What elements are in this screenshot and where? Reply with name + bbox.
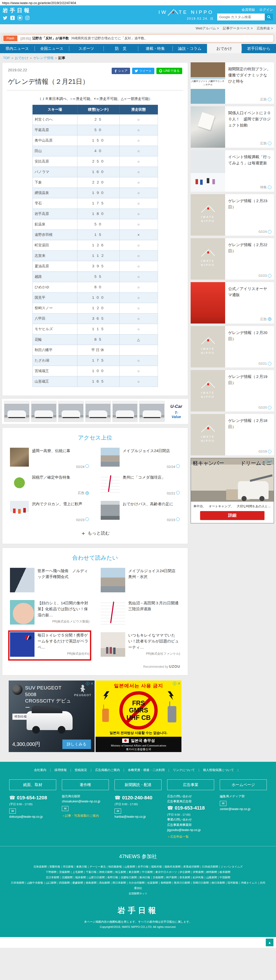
ad-info-icon[interactable]: i [173, 682, 176, 686]
nav-item[interactable]: スポーツ [69, 44, 104, 53]
phone-number[interactable]: ☎019-654-1208 [9, 794, 56, 802]
ad-close-icon[interactable]: ✕ [177, 681, 180, 686]
footer-link[interactable]: 投稿規定 [75, 768, 87, 772]
site-logo-text[interactable]: 岩手日報 [3, 7, 273, 14]
sidebar-article-card[interactable]: IWATENIPPO 関係人口イベントに２００人！ 盛岡で新プロジェクト始動 広… [191, 106, 274, 148]
nav-item[interactable]: おでかけ [207, 44, 241, 53]
related-item[interactable]: メイプルジョイス24日閉店 奥州・水沢 [101, 568, 180, 594]
used-car-ad-banner[interactable]: U-Car T-Value [2, 399, 188, 424]
sidebar-article-card[interactable]: IWATENIPPO ゲレンデ情報（２月20日） 02/21 [191, 326, 274, 368]
see-details-button[interactable]: 詳しくみる [62, 740, 91, 749]
footer-link[interactable]: 会社案内 [34, 768, 46, 772]
info-icon[interactable]: ⓘ [268, 317, 271, 321]
info-icon[interactable] [268, 274, 271, 277]
footer-link[interactable]: 各種受賞・後援・二次利用 [128, 768, 165, 772]
news-item[interactable]: 盛岡一高寮、伝統に幕 02/24 [10, 448, 89, 469]
sidebar-article-card[interactable]: IWATENIPPO ゲレンデ情報（２月18日） 02/19 [191, 414, 274, 455]
phone-number[interactable]: ☎0120-240-840 [115, 794, 161, 802]
ad-info-icon[interactable]: i [265, 460, 269, 463]
login-link[interactable]: ログイン [259, 8, 273, 11]
related-headline[interactable]: 気仙沼－高田間３月21日開通 三陸沿岸道路 [128, 600, 180, 612]
news-item[interactable]: おでかけバス、高齢者の足に 02/23 [101, 501, 180, 522]
news-headline[interactable]: 国税庁／確定申告特集 [32, 474, 71, 495]
info-icon[interactable] [268, 186, 271, 189]
related-headline[interactable]: 【顔のシミ、14日間の集中対策】化粧品では防げない！保湿の新… [38, 600, 89, 618]
related-item[interactable]: 気仙沼－高田間３月21日開通 三陸沿岸道路 [101, 600, 180, 627]
info-icon[interactable] [268, 450, 271, 453]
reprint-guide-link[interactable]: ＞記事・写真複製のご案内 [62, 813, 99, 818]
info-icon[interactable] [268, 98, 271, 101]
sidebar-headline[interactable]: ゲレンデ情報（２月23日） [225, 194, 274, 235]
email-address[interactable]: chosakuken@iwate-np.co.jp [62, 799, 109, 804]
radio-warning-ad[interactable]: i✕ 일본에서는 사용 금지 FRS GMRS UHF CB 일본의 전파법상 … [96, 681, 182, 752]
peugeot-ad[interactable]: i✕ SUV PEUGEOT 5008 CROSSCITY デビュー PEUGE… [9, 681, 94, 752]
news-headline[interactable]: おでかけバス、高齢者の足に [123, 501, 174, 522]
related-headline[interactable]: いつもキレイなママでいたい！読者モデルが話題のビューティ… [128, 632, 180, 650]
related-headline[interactable]: メイプルジョイス24日閉店 奥州・水沢 [128, 568, 180, 580]
recommend-credit[interactable]: Recommended by UZOU [10, 664, 180, 668]
facebook-icon[interactable] [10, 15, 15, 21]
footer-link[interactable]: 個人情報保護について [203, 768, 234, 772]
footer-link[interactable]: 広告掲載のご案内 [95, 768, 120, 772]
ad-close-icon[interactable]: ✕ [270, 459, 273, 463]
info-icon[interactable] [268, 230, 271, 234]
news-headline[interactable]: メイプルジョイス24日閉店 [123, 448, 171, 469]
nav-item[interactable]: 県内ニュース [0, 44, 35, 53]
line-icon[interactable] [18, 15, 22, 21]
email-address[interactable]: jigyoubu@iwate-np.co.jp [167, 827, 214, 832]
sidebar-article-card[interactable]: 八幡平リゾート 八幡平マウンテンホテル IWATENIPPO 期間限定の特別プラ… [191, 62, 274, 104]
sidebar-headline[interactable]: ゲレンデ情報（２月19日） [225, 370, 274, 411]
related-item[interactable]: 毎日トイレで５分間！携帯ゲームをするだけで英語がペラペ… PR(株式会社It's… [10, 632, 89, 659]
ad-info-icon[interactable]: i [86, 682, 89, 686]
member-register-link[interactable]: 会員登録 [241, 8, 255, 11]
browser-url[interactable]: https://www.iwate-np.co.jp/article/2019/… [0, 0, 276, 5]
news-headline[interactable]: 盛岡一高寮、伝統に幕 [32, 448, 71, 469]
news-headline[interactable]: 沢内でクロカン、雪上に歓声 [32, 501, 83, 522]
twitter-icon[interactable] [3, 15, 8, 21]
search-input[interactable] [217, 14, 265, 21]
load-more-button[interactable]: ＋もっと読む [10, 530, 180, 537]
camper-ad[interactable]: i✕ 軽キャンパー ドリームミニ 車中泊、 オートキャンプ、 大切な時間をあの人… [191, 458, 274, 523]
line-share-button[interactable]: LINEで送る [156, 68, 182, 74]
sidebar-article-card[interactable]: IWATENIPPO ゲレンデ情報（２月22日） 02/23 [191, 238, 274, 280]
info-icon[interactable] [268, 362, 271, 366]
sidebar-article-card[interactable]: IWATENIPPO ゲレンデ情報（２月19日） 02/20 [191, 370, 274, 411]
news-headline[interactable]: 奥州に「コメダ珈琲店」 [123, 474, 166, 495]
sidebar-article-card[interactable]: IWATENIPPO 公式／アイリスオーヤマ通販 広告ⓘ [191, 282, 274, 323]
sidebar-article-card[interactable]: IWATENIPPO ゲレンデ情報（２月23日） 02/24 [191, 194, 274, 235]
info-icon[interactable] [268, 142, 271, 145]
news-item[interactable]: 国税庁／確定申告特集 広告 ⓘ [10, 474, 89, 495]
info-icon[interactable] [176, 517, 180, 521]
info-icon[interactable] [85, 517, 89, 521]
ad-close-icon[interactable]: ✕ [91, 681, 94, 686]
nav-item[interactable]: 全国ニュース [35, 44, 69, 53]
quick-link[interactable]: 広告料金 > [257, 26, 273, 30]
instagram-icon[interactable] [25, 15, 30, 21]
breadcrumb-odekake[interactable]: おでかけ [15, 56, 29, 60]
news-item[interactable]: メイプルジョイス24日閉店 02/24 [101, 448, 180, 469]
camper-details-button[interactable]: 詳細 [200, 511, 265, 520]
email-address[interactable]: dokusya@iwate-np.co.jp [9, 814, 56, 819]
sidebar-headline[interactable]: ゲレンデ情報（２月20日） [225, 326, 274, 368]
sidebar-headline[interactable]: ゲレンデ情報（２月18日） [225, 414, 274, 455]
nav-item[interactable]: 防 災 [104, 44, 138, 53]
nav-item[interactable]: 論説・コラム [172, 44, 207, 53]
news-item[interactable]: 奥州に「コメダ珈琲店」 02/21 [101, 474, 180, 495]
ad-rates-link[interactable]: ＞広告料金一覧 [167, 834, 188, 839]
related-item[interactable]: 世界一へ飛べ陵侑 ノルディック選手権開会式 [10, 568, 89, 594]
footer-link[interactable]: リンクについて [173, 768, 195, 772]
search-button[interactable] [265, 14, 273, 21]
info-icon[interactable] [176, 464, 180, 468]
facebook-share-button[interactable]: シェア [112, 68, 130, 74]
quick-link[interactable]: Webアルバム > [196, 26, 219, 30]
nav-item[interactable]: 岩手日報から [241, 44, 276, 53]
related-headline[interactable]: 毎日トイレで５分間！携帯ゲームをするだけで英語がペラペ… [38, 632, 89, 650]
email-address[interactable]: center@iwate-np.co.jp [220, 807, 267, 811]
breadcrumb-gelande[interactable]: ゲレンデ情報 [33, 56, 53, 60]
info-icon[interactable] [268, 406, 271, 409]
phone-number[interactable]: ☎019-653-4118 [167, 804, 214, 812]
page-top-button[interactable]: ▲ [266, 939, 273, 946]
quick-link[interactable]: 記事データベース > [223, 26, 252, 30]
breadcrumb-top[interactable]: TOP [3, 56, 10, 60]
flash-headline[interactable]: 辺野古「反対」が過半数 [32, 36, 69, 41]
